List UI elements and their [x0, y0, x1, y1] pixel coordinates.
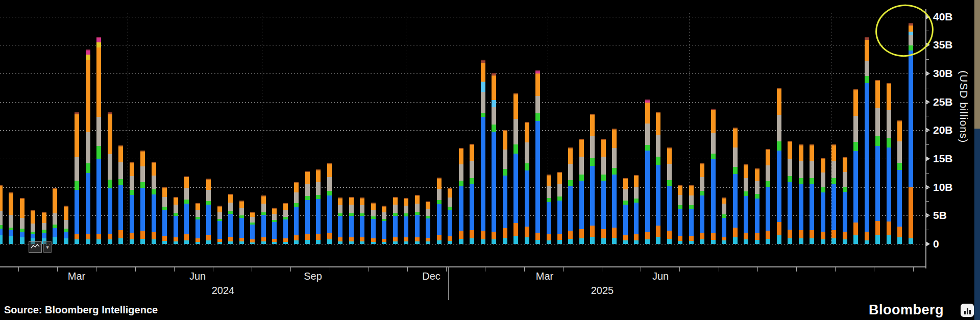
- bar[interactable]: [557, 172, 562, 244]
- bar[interactable]: [437, 178, 442, 244]
- bar[interactable]: [108, 112, 112, 244]
- bar[interactable]: [766, 149, 770, 244]
- bar[interactable]: [75, 112, 79, 244]
- bar[interactable]: [152, 162, 156, 244]
- h-gridline: [0, 17, 925, 17]
- bar[interactable]: [843, 157, 847, 244]
- bar[interactable]: [831, 144, 836, 244]
- bar[interactable]: [612, 129, 617, 244]
- bar[interactable]: [228, 194, 233, 244]
- bar[interactable]: [217, 206, 222, 244]
- bar[interactable]: [568, 147, 573, 244]
- bar[interactable]: [645, 100, 650, 244]
- bar[interactable]: [623, 178, 628, 244]
- bar-segment-gray: [393, 205, 398, 213]
- bar[interactable]: [821, 158, 825, 244]
- bar[interactable]: [788, 141, 792, 244]
- bar[interactable]: [678, 185, 682, 244]
- bar[interactable]: [371, 203, 376, 244]
- bar-segment-gray: [656, 135, 660, 157]
- bar[interactable]: [239, 201, 244, 244]
- bar[interactable]: [799, 144, 803, 244]
- bar[interactable]: [667, 147, 672, 244]
- x-axis-tick: [213, 267, 213, 272]
- bar-segment-green: [130, 190, 134, 195]
- chart-type-dropdown[interactable]: ▾: [43, 241, 52, 253]
- bar[interactable]: [887, 83, 891, 244]
- bar[interactable]: [140, 151, 145, 244]
- bar[interactable]: [733, 128, 738, 244]
- bar[interactable]: [382, 206, 386, 244]
- bar[interactable]: [294, 182, 299, 244]
- bar[interactable]: [470, 144, 474, 244]
- bar[interactable]: [601, 139, 606, 244]
- bar[interactable]: [810, 144, 814, 244]
- bar[interactable]: [415, 195, 420, 244]
- bar[interactable]: [20, 198, 24, 244]
- bar[interactable]: [327, 163, 332, 244]
- bar-segment-teal: [777, 235, 781, 244]
- bar[interactable]: [349, 197, 354, 244]
- bar[interactable]: [689, 185, 694, 244]
- bar[interactable]: [31, 210, 35, 244]
- bar[interactable]: [513, 93, 518, 244]
- bar[interactable]: [206, 179, 211, 244]
- bar[interactable]: [404, 198, 408, 244]
- bar-segment-orangeT: [601, 139, 606, 157]
- bar[interactable]: [305, 171, 310, 244]
- bar[interactable]: [360, 198, 364, 244]
- bar[interactable]: [547, 175, 551, 244]
- bar[interactable]: [64, 206, 68, 244]
- bar[interactable]: [118, 145, 123, 244]
- bar[interactable]: [0, 185, 3, 244]
- bar[interactable]: [174, 197, 178, 244]
- bar[interactable]: [865, 37, 869, 244]
- bar[interactable]: [393, 197, 398, 244]
- bar[interactable]: [261, 195, 266, 244]
- bar[interactable]: [853, 89, 858, 244]
- bar[interactable]: [195, 203, 200, 244]
- bar[interactable]: [535, 70, 540, 244]
- bar[interactable]: [634, 175, 639, 244]
- bar[interactable]: [130, 162, 134, 244]
- bar[interactable]: [525, 122, 529, 244]
- bar[interactable]: [590, 114, 595, 244]
- bar[interactable]: [875, 80, 880, 244]
- bar[interactable]: [700, 163, 704, 244]
- chart-type-button[interactable]: [29, 241, 42, 253]
- bar-segment-teal: [0, 235, 3, 244]
- bar[interactable]: [459, 148, 463, 244]
- bar[interactable]: [272, 208, 277, 244]
- bar[interactable]: [53, 188, 57, 244]
- bar[interactable]: [755, 168, 760, 244]
- bar[interactable]: [42, 212, 46, 244]
- bar[interactable]: [316, 169, 321, 244]
- bar[interactable]: [162, 187, 167, 244]
- bar[interactable]: [579, 139, 584, 244]
- bar[interactable]: [744, 164, 748, 244]
- bar[interactable]: [426, 201, 430, 244]
- bar[interactable]: [96, 37, 101, 244]
- bar-segment-gray: [700, 177, 704, 191]
- bar[interactable]: [711, 109, 716, 244]
- bar[interactable]: [481, 60, 485, 244]
- bar[interactable]: [184, 176, 189, 244]
- bar-segment-orangeB: [733, 228, 738, 237]
- bar[interactable]: [656, 112, 660, 244]
- bar[interactable]: [448, 188, 452, 244]
- highlight-ellipse[interactable]: [872, 1, 937, 61]
- bar[interactable]: [897, 120, 902, 244]
- bar[interactable]: [283, 203, 288, 244]
- bar[interactable]: [9, 192, 13, 244]
- bar[interactable]: [492, 73, 496, 244]
- bar-segment-blue: [766, 187, 770, 231]
- bar-segment-orangeT: [821, 158, 825, 173]
- bar[interactable]: [250, 212, 255, 244]
- bar[interactable]: [722, 198, 726, 244]
- bar[interactable]: [86, 50, 90, 244]
- bar[interactable]: [338, 198, 342, 244]
- bar-segment-teal: [799, 238, 803, 244]
- bar-segment-orangeB: [371, 238, 376, 242]
- bar[interactable]: [777, 88, 781, 244]
- bar[interactable]: [503, 130, 507, 244]
